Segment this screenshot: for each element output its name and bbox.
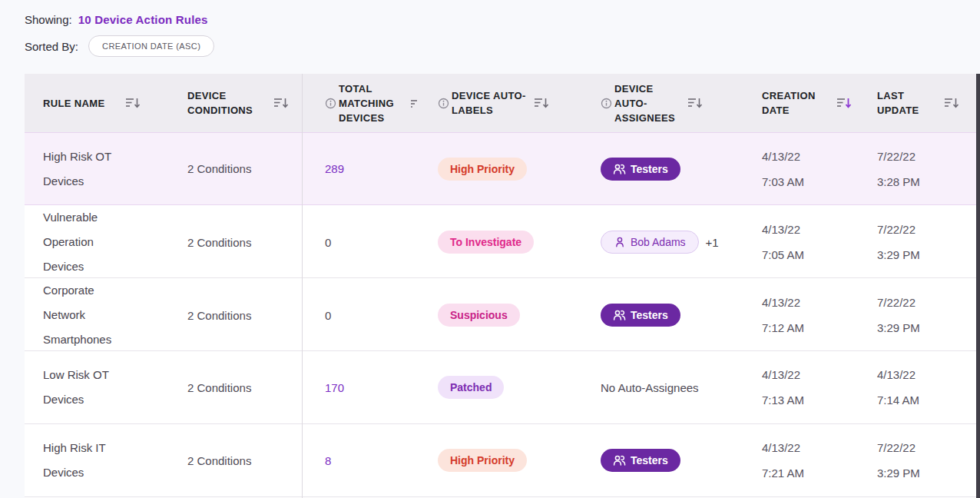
creation-date: 4/13/227:03 AM bbox=[762, 144, 804, 194]
matching-devices-link[interactable]: 170 bbox=[325, 381, 344, 394]
column-label: RULE NAME bbox=[43, 96, 118, 111]
auto-label-chip: High Priority bbox=[438, 158, 527, 181]
matching-devices-count: 0 bbox=[325, 236, 331, 249]
column-label: CREATION DATE bbox=[762, 88, 829, 118]
assignee-name: Testers bbox=[631, 454, 668, 466]
column-header-device-auto-assignees[interactable]: DEVICE AUTO-ASSIGNEES bbox=[591, 74, 753, 132]
last-update: 7/22/223:29 PM bbox=[877, 217, 920, 267]
device-conditions: 2 Conditions bbox=[187, 236, 251, 249]
users-icon bbox=[613, 309, 626, 321]
sort-icon[interactable] bbox=[273, 96, 290, 110]
sort-icon-active[interactable] bbox=[836, 96, 853, 110]
device-conditions: 2 Conditions bbox=[187, 162, 251, 175]
device-conditions: 2 Conditions bbox=[187, 309, 251, 322]
auto-label-chip: High Priority bbox=[438, 449, 527, 472]
sorted-by-label: Sorted By: bbox=[25, 40, 78, 53]
last-update: 7/22/223:29 PM bbox=[877, 290, 920, 340]
column-label: LAST UPDATE bbox=[877, 88, 937, 118]
rule-name: Vulnerable Operation Devices bbox=[43, 205, 137, 279]
table-row[interactable]: Vulnerable Operation Devices 2 Condition… bbox=[25, 205, 980, 278]
column-header-last-update[interactable]: LAST UPDATE bbox=[868, 74, 980, 132]
column-header-creation-date[interactable]: CREATION DATE bbox=[753, 74, 868, 132]
table-row[interactable]: Corporate Network Smartphones 2 Conditio… bbox=[25, 278, 980, 351]
assignee-chip[interactable]: Testers bbox=[601, 158, 680, 181]
rule-name: High Risk OT Devices bbox=[43, 144, 137, 194]
matching-devices-link[interactable]: 8 bbox=[325, 454, 331, 467]
column-label: DEVICE AUTO-ASSIGNEES bbox=[614, 81, 680, 125]
last-update: 7/22/223:29 PM bbox=[877, 435, 920, 486]
creation-date: 4/13/227:12 AM bbox=[762, 290, 804, 340]
creation-date: 4/13/227:21 AM bbox=[762, 435, 804, 486]
assignee-chip[interactable]: Testers bbox=[601, 304, 680, 327]
sort-chip-creation-date-asc[interactable]: CREATION DATE (ASC) bbox=[88, 35, 214, 57]
sort-icon[interactable] bbox=[687, 96, 704, 110]
column-label: TOTAL MATCHING DEVICES bbox=[339, 81, 403, 125]
rule-name: Corporate Network Smartphones bbox=[43, 278, 137, 352]
users-icon bbox=[613, 454, 626, 466]
auto-label-chip: Suspicious bbox=[438, 304, 520, 327]
creation-date: 4/13/227:05 AM bbox=[762, 217, 804, 267]
no-assignees-text: No Auto-Assignees bbox=[601, 381, 699, 394]
auto-label-chip: To Investigate bbox=[438, 231, 534, 254]
assignee-name: Bob Adams bbox=[631, 236, 686, 248]
sort-icon[interactable] bbox=[124, 96, 141, 110]
person-icon bbox=[614, 236, 626, 248]
table-summary-bar: Showing: 10 Device Action Rules Sorted B… bbox=[25, 9, 214, 57]
last-update: 7/22/223:28 PM bbox=[877, 144, 920, 194]
info-icon[interactable] bbox=[438, 98, 449, 109]
showing-value: 10 Device Action Rules bbox=[78, 13, 208, 26]
device-conditions: 2 Conditions bbox=[187, 454, 251, 467]
rule-name: High Risk IT Devices bbox=[43, 436, 137, 485]
users-icon bbox=[613, 163, 626, 175]
sort-icon[interactable] bbox=[409, 97, 420, 109]
assignee-name: Testers bbox=[631, 163, 668, 175]
table-row[interactable]: High Risk OT Devices 2 Conditions 289 Hi… bbox=[25, 132, 980, 205]
sort-icon[interactable] bbox=[533, 96, 550, 110]
column-label: DEVICE CONDITIONS bbox=[187, 88, 267, 118]
pinned-columns-divider bbox=[302, 74, 303, 498]
info-icon[interactable] bbox=[601, 98, 612, 109]
column-header-total-matching-devices[interactable]: TOTAL MATCHING DEVICES bbox=[302, 74, 430, 132]
info-icon[interactable] bbox=[325, 98, 336, 109]
vertical-scrollbar[interactable] bbox=[976, 74, 980, 498]
column-header-device-conditions[interactable]: DEVICE CONDITIONS bbox=[178, 74, 302, 132]
assignee-name: Testers bbox=[631, 309, 668, 321]
column-label: DEVICE AUTO-LABELS bbox=[452, 88, 527, 118]
creation-date: 4/13/227:13 AM bbox=[762, 362, 804, 413]
showing-label: Showing: bbox=[25, 13, 72, 26]
matching-devices-count: 0 bbox=[325, 309, 331, 322]
last-update: 4/13/227:14 AM bbox=[877, 362, 919, 413]
assignee-chip[interactable]: Bob Adams bbox=[601, 231, 699, 254]
rule-name: Low Risk OT Devices bbox=[43, 363, 137, 412]
matching-devices-link[interactable]: 289 bbox=[325, 162, 344, 175]
sort-icon[interactable] bbox=[943, 96, 960, 110]
column-header-rule-name[interactable]: RULE NAME bbox=[25, 74, 178, 132]
device-action-rules-table: RULE NAME DEVICE CONDITIONS bbox=[25, 74, 980, 498]
assignee-chip[interactable]: Testers bbox=[601, 449, 680, 472]
table-row[interactable]: High Risk IT Devices 2 Conditions 8 High… bbox=[25, 424, 980, 497]
device-conditions: 2 Conditions bbox=[187, 381, 251, 394]
auto-label-chip: Patched bbox=[438, 376, 504, 399]
column-header-device-auto-labels[interactable]: DEVICE AUTO-LABELS bbox=[430, 74, 591, 132]
table-row[interactable]: Low Risk OT Devices 2 Conditions 170 Pat… bbox=[25, 351, 980, 424]
table-header-row: RULE NAME DEVICE CONDITIONS bbox=[25, 74, 980, 132]
more-assignees-badge[interactable]: +1 bbox=[706, 236, 719, 249]
